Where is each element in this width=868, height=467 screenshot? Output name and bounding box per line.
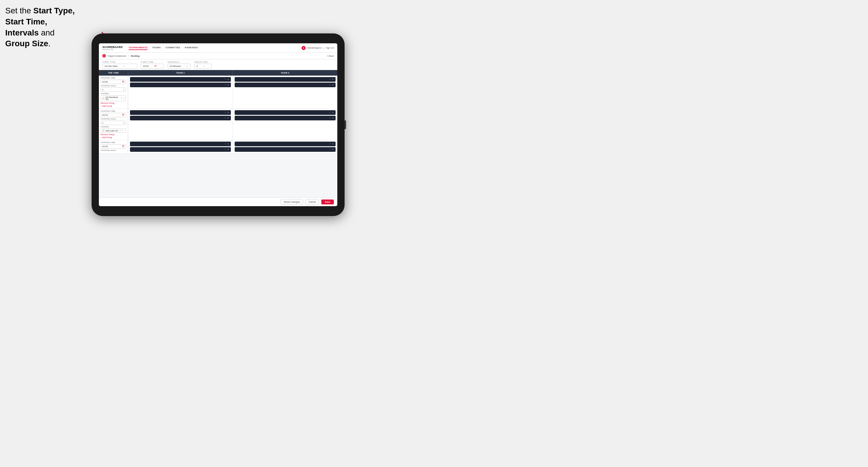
player-slot-t2-1-2[interactable]: ✕ ⊕ (235, 83, 336, 87)
breadcrumb-bar: C Clippd Invitational > Hosting < Back (99, 53, 337, 59)
group-size-group: Group Size 3 ▾ (194, 61, 212, 69)
slot-icon-t2-1-1: ⊕ (332, 78, 334, 81)
logo-sub: Powered by clipp (102, 49, 123, 50)
sign-out-link[interactable]: Sign out (326, 46, 334, 49)
col-team2: Team 2 (232, 70, 337, 75)
breadcrumb-tournament[interactable]: Clippd Invitational (107, 55, 126, 57)
player-slot-t2-3-2[interactable]: ✕ ⊕ (235, 147, 336, 152)
slot-icon-t1-2-1: ⊕ (227, 112, 229, 114)
breadcrumb-separator: > (128, 55, 129, 57)
instruction-bold4: Group Size (5, 39, 48, 48)
player-slot-t2-3-1[interactable]: ✕ ⊕ (235, 142, 336, 146)
slot-x-t2-3-1[interactable]: ✕ (329, 143, 331, 145)
remove-group-1[interactable]: Remove Group (101, 102, 126, 104)
starting-time-label-2: STARTING TIME: (101, 110, 126, 112)
tablet-screen: SCOREBOARD Powered by clipp TOURNAMENTS … (99, 43, 337, 206)
starting-hole-input-1[interactable]: 1 ⇅ (101, 88, 126, 92)
slot-x-t2-3-2[interactable]: ✕ (329, 148, 331, 151)
starting-hole-label-3: STARTING HOLE: (101, 150, 126, 151)
time-icon-3: ⏰ (122, 146, 124, 148)
starting-time-label-3: STARTING TIME: (101, 142, 126, 143)
slot-x-t2-2-1[interactable]: ✕ (329, 112, 331, 114)
course-tag-2: 📋 East Lake GC ✕ ▾ (101, 128, 126, 133)
course-chevron-1: ▾ (123, 97, 124, 99)
sign-out-sep: | (323, 46, 324, 49)
remove-group-2[interactable]: Remove Group (101, 133, 126, 135)
tee-teams-3: ✕ ⊕ ✕ ⊕ ✕ ⊕ ✕ (128, 140, 337, 153)
course-label-2: COURSE: (101, 126, 126, 128)
save-button[interactable]: Save (321, 199, 334, 205)
nav-teams[interactable]: TEAMS (152, 45, 161, 50)
intervals-select[interactable]: 10 Minutes ▾ (167, 64, 191, 69)
hole-stepper-2: ⇅ (123, 122, 124, 124)
player-slot-t1-2-1[interactable]: ✕ ⊕ (130, 110, 231, 115)
nav-right: B blair@clippd.io | Sign out (302, 46, 334, 50)
start-type-value: 1st Tee Start (104, 65, 118, 67)
slot-x-t1-1-2[interactable]: ✕ (224, 84, 226, 86)
tee-left-2: STARTING TIME: 10:10 ⏰ STARTING HOLE: 1 … (99, 109, 128, 140)
group-size-label: Group Size (194, 61, 212, 63)
slot-x-t1-2-2[interactable]: ✕ (224, 117, 226, 119)
team1-col-1: ✕ ⊕ ✕ ⊕ (128, 75, 232, 108)
slot-x-t2-1-2[interactable]: ✕ (329, 84, 331, 86)
course-icon-1: 📋 (102, 97, 105, 99)
slot-icon-t1-2-2: ⊕ (227, 117, 229, 119)
slot-x-t1-3-1[interactable]: ✕ (224, 143, 226, 145)
back-button[interactable]: < Back (327, 55, 334, 57)
instruction-period: . (48, 39, 51, 48)
reset-button[interactable]: Reset Changes (281, 199, 303, 205)
start-type-select[interactable]: 1st Tee Start ▾ (102, 64, 137, 69)
slot-icon-t2-3-2: ⊕ (332, 148, 334, 151)
nav-tournaments[interactable]: TOURNAMENTS (128, 45, 148, 50)
navbar: SCOREBOARD Powered by clipp TOURNAMENTS … (99, 43, 337, 53)
slot-x-t1-2-1[interactable]: ✕ (224, 112, 226, 114)
slot-icon-t2-1-2: ⊕ (332, 84, 334, 86)
player-slot-t2-2-2[interactable]: ✕ ⊕ (235, 116, 336, 120)
logo-text: SCOREBOARD (102, 45, 123, 49)
user-email: blair@clippd.io (307, 46, 321, 49)
player-slot-t1-3-1[interactable]: ✕ ⊕ (130, 142, 231, 146)
tee-group-3: STARTING TIME: 10:20 ⏰ STARTING HOLE: ✕ … (99, 140, 337, 154)
slot-x-t2-2-2[interactable]: ✕ (329, 117, 331, 119)
add-group-2[interactable]: + Add Group (101, 136, 126, 138)
intervals-group: Intervals 10 Minutes ▾ (167, 61, 191, 69)
start-time-value: 10:00 (143, 65, 149, 67)
add-group-1[interactable]: + Add Group (101, 105, 126, 107)
starting-time-input-2[interactable]: 10:10 ⏰ (101, 113, 126, 117)
tablet-power-button (345, 120, 346, 129)
cancel-button[interactable]: Cancel (305, 199, 319, 205)
start-time-select[interactable]: 10:00 ⏰ (141, 64, 164, 69)
player-slot-t1-3-2[interactable]: ✕ ⊕ (130, 147, 231, 152)
tablet-frame: SCOREBOARD Powered by clipp TOURNAMENTS … (92, 33, 345, 216)
slot-x-t2-1-1[interactable]: ✕ (329, 78, 331, 81)
tee-group-1: STARTING TIME: 10:00 ⏰ STARTING HOLE: 1 … (99, 75, 337, 109)
player-slot-t2-2-1[interactable]: ✕ ⊕ (235, 110, 336, 115)
player-slot-t2-1-1[interactable]: ✕ ⊕ (235, 77, 336, 82)
nav-rankings[interactable]: RANKINGS (185, 45, 198, 50)
course-icon-2: 📋 (102, 129, 105, 132)
team1-col-2: ✕ ⊕ ✕ ⊕ (128, 109, 232, 140)
starting-time-label-1: STARTING TIME: (101, 77, 126, 79)
col-tee-time: Tee Time (99, 70, 128, 75)
tee-left-1: STARTING TIME: 10:00 ⏰ STARTING HOLE: 1 … (99, 75, 128, 108)
instruction-bold1: Start Type, (33, 6, 75, 15)
group-size-select[interactable]: 3 ▾ (194, 64, 212, 69)
group-size-value: 3 (196, 65, 197, 67)
slot-icon-t1-3-2: ⊕ (227, 148, 229, 151)
slot-icon-t2-3-1: ⊕ (332, 143, 334, 145)
course-remove-1[interactable]: ✕ (121, 97, 122, 99)
slot-x-t1-3-2[interactable]: ✕ (224, 148, 226, 151)
starting-time-input-3[interactable]: 10:20 ⏰ (101, 144, 126, 149)
intervals-value: 10 Minutes (169, 65, 181, 67)
course-label-1: COURSE: (101, 93, 126, 94)
starting-hole-input-2[interactable]: 1 ⇅ (101, 121, 126, 125)
slot-x-t1-1-1[interactable]: ✕ (224, 78, 226, 81)
nav-committee[interactable]: COMMITTEE (165, 45, 180, 50)
player-slot-t1-2-2[interactable]: ✕ ⊕ (130, 116, 231, 120)
start-time-chevron: ⏰ (154, 65, 156, 67)
course-tag-1: 📋 (A) Peachtree GC ✕ ▾ (101, 95, 126, 101)
player-slot-t1-1-2[interactable]: ✕ ⊕ (130, 83, 231, 87)
starting-time-input-1[interactable]: 10:00 ⏰ (101, 80, 126, 84)
player-slot-t1-1-1[interactable]: ✕ ⊕ (130, 77, 231, 82)
course-remove-2[interactable]: ✕ (119, 129, 121, 132)
